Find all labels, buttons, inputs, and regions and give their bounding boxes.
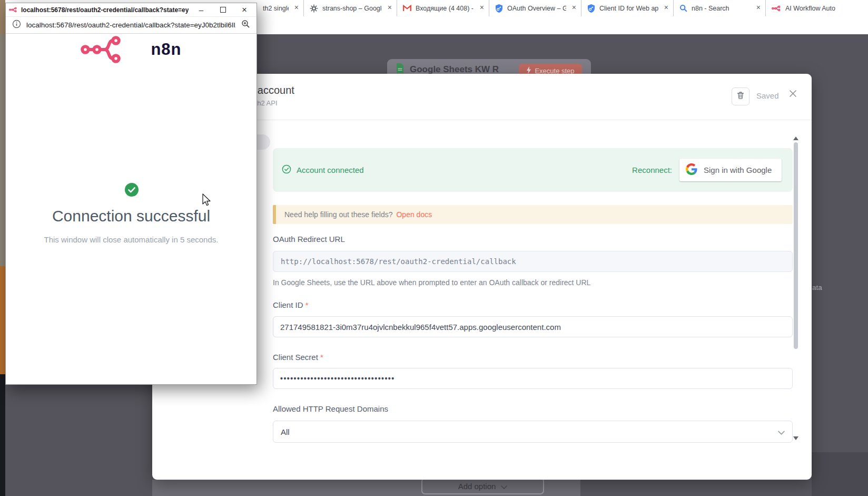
chevron-down-icon xyxy=(501,482,507,491)
client-id-label: Client ID * xyxy=(273,300,309,309)
tab-close-icon[interactable]: × xyxy=(388,4,392,11)
popup-url-text: localhost:5678/rest/oauth2-credential/ca… xyxy=(26,21,236,29)
auto-close-message: This window will close automatically in … xyxy=(6,235,257,244)
maximize-button[interactable] xyxy=(214,4,232,16)
required-asterisk: * xyxy=(305,300,309,309)
tab-label: OAuth Overview – Goo xyxy=(507,5,566,12)
left-edge-strip-orange xyxy=(0,266,5,374)
mouse-cursor xyxy=(201,193,212,209)
required-asterisk: * xyxy=(320,353,323,362)
delete-credential-button[interactable] xyxy=(732,87,749,105)
account-connected-banner: Account connected Reconnect: Sign in wit… xyxy=(273,148,793,192)
success-check-icon xyxy=(124,182,139,199)
gear-icon xyxy=(310,4,318,13)
tab-label: Client ID for Web appli xyxy=(599,5,658,12)
zoom-in-icon[interactable] xyxy=(241,20,250,31)
tab-label: th2 single s xyxy=(263,5,289,12)
tab-close-icon[interactable]: × xyxy=(480,4,484,11)
client-secret-label: Client Secret * xyxy=(273,353,323,362)
oauth-callback-popup: localhost:5678/rest/oauth2-credential/ca… xyxy=(5,3,257,385)
scrollbar-thumb[interactable] xyxy=(794,142,798,349)
tab-close-icon[interactable]: × xyxy=(294,4,299,11)
background-node-title: Google Sheets KW R xyxy=(410,64,499,75)
tab-close-icon[interactable]: × xyxy=(664,4,668,11)
oauth-redirect-url-label: OAuth Redirect URL xyxy=(273,235,345,244)
popup-title-bar[interactable]: localhost:5678/rest/oauth2-credential/ca… xyxy=(6,3,257,16)
scrollbar-up-arrow[interactable] xyxy=(793,137,798,140)
tab-close-icon[interactable]: × xyxy=(572,4,576,11)
saved-status: Saved xyxy=(756,91,779,100)
tab-label: Входящие (4 408) - sec xyxy=(416,5,474,12)
screen: th2 single s × strans-shop – Google C × … xyxy=(0,0,868,496)
n8n-logo-text: n8n xyxy=(151,40,181,59)
google-button-label: Sign in with Google xyxy=(704,166,772,174)
allowed-domains-value: All xyxy=(281,427,290,436)
minimize-button[interactable]: – xyxy=(192,4,210,16)
browser-tab-gmail[interactable]: Входящие (4 408) - sec × xyxy=(397,0,489,16)
add-option-dropdown: Add option xyxy=(421,478,544,494)
browser-tab-strans-shop[interactable]: strans-shop – Google C × xyxy=(303,0,397,16)
close-icon[interactable] xyxy=(789,90,797,100)
help-banner: Need help filling out these fields? Open… xyxy=(273,205,793,224)
key-icon xyxy=(587,4,595,13)
n8n-logo-glyph xyxy=(81,36,144,63)
info-icon[interactable] xyxy=(12,20,21,31)
browser-tab-n8n-workflow[interactable]: AI Workflow Auto xyxy=(765,0,868,16)
left-edge-strip-bottom xyxy=(0,374,5,496)
browser-tab-oauth2-single[interactable]: th2 single s × xyxy=(257,0,303,16)
connection-successful-heading: Connection successful xyxy=(6,207,257,225)
sign-in-with-google-button[interactable]: Sign in with Google xyxy=(679,159,782,181)
background-clipped-text: ata xyxy=(812,284,822,291)
left-edge-strip-mid xyxy=(0,34,5,266)
left-edge-strip-top xyxy=(0,0,5,34)
popup-window-title: localhost:5678/rest/oauth2-credential/ca… xyxy=(21,6,189,14)
client-secret-input[interactable] xyxy=(273,368,793,389)
allowed-domains-label: Allowed HTTP Request Domains xyxy=(273,404,388,413)
tab-close-icon[interactable]: × xyxy=(756,4,761,11)
scrollbar-down-arrow[interactable] xyxy=(793,436,798,440)
oauth-redirect-url-field[interactable]: http://localhost:5678/rest/oauth2-creden… xyxy=(273,251,793,272)
background-bottom-band-dark xyxy=(580,480,812,496)
n8n-icon xyxy=(772,5,781,12)
tab-label: n8n - Search xyxy=(692,5,729,12)
search-icon xyxy=(679,4,687,12)
client-id-input[interactable] xyxy=(273,316,793,337)
n8n-logo: n8n xyxy=(6,36,257,63)
reconnect-label: Reconnect: xyxy=(632,166,672,174)
oauth-redirect-helper-text: In Google Sheets, use the URL above when… xyxy=(273,278,590,287)
help-banner-text: Need help filling out these fields? xyxy=(284,210,392,219)
trash-icon xyxy=(736,91,745,102)
gmail-icon xyxy=(403,5,411,12)
allowed-domains-select[interactable]: All xyxy=(273,421,793,443)
popup-address-bar[interactable]: localhost:5678/rest/oauth2-credential/ca… xyxy=(6,16,257,34)
account-connected-text: Account connected xyxy=(297,166,364,174)
tab-label: strans-shop – Google C xyxy=(322,5,382,12)
chevron-down-icon xyxy=(778,427,785,436)
n8n-favicon xyxy=(9,7,17,13)
check-circle-icon xyxy=(282,164,291,176)
google-logo-icon xyxy=(686,163,697,177)
browser-tab-oauth-overview[interactable]: OAuth Overview – Goo × xyxy=(489,0,581,16)
close-window-button[interactable]: × xyxy=(235,4,253,16)
browser-tab-client-id[interactable]: Client ID for Web appli × xyxy=(581,0,673,16)
key-icon xyxy=(495,4,503,13)
tab-label: AI Workflow Auto xyxy=(785,5,835,12)
browser-tab-n8n-search[interactable]: n8n - Search × xyxy=(673,0,765,16)
background-corner-dark xyxy=(812,452,868,496)
open-docs-link[interactable]: Open docs xyxy=(396,210,432,219)
